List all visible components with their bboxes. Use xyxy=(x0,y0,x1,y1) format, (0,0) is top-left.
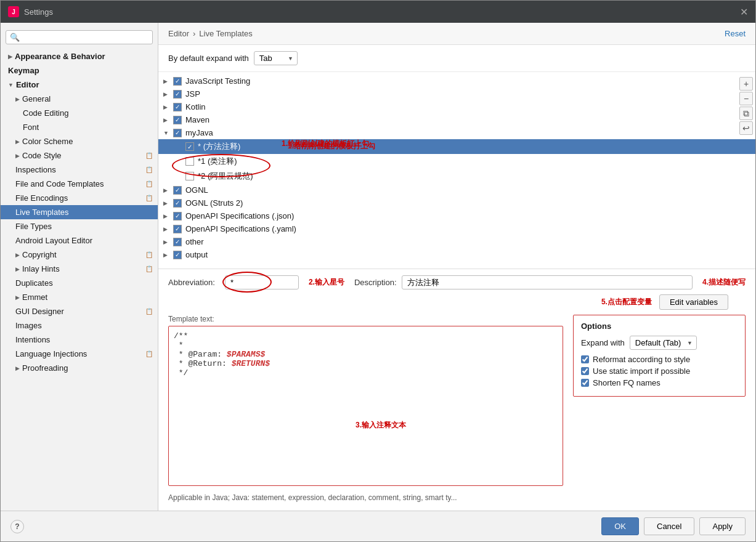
expand-label: By default expand with xyxy=(168,54,249,63)
sidebar-item-inlay-hints[interactable]: ▶Inlay Hints📋 xyxy=(1,262,158,276)
tree-checkbox[interactable] xyxy=(185,172,194,180)
revert-template-button[interactable]: ↩ xyxy=(739,121,753,135)
sidebar-item-appearance[interactable]: ▶Appearance & Behavior xyxy=(1,49,158,63)
search-input[interactable] xyxy=(22,33,148,42)
template-text-label: Template text: xyxy=(168,315,563,323)
sidebar-item-gui-designer[interactable]: GUI Designer📋 xyxy=(1,304,158,318)
abbr-input[interactable] xyxy=(225,275,299,289)
tree-item-label: myJava xyxy=(185,128,213,137)
tree-item-ognl-struts[interactable]: ▶✓ OGNL (Struts 2) xyxy=(158,196,755,209)
sidebar-item-live-templates[interactable]: Live Templates xyxy=(1,205,158,219)
tree-item-js-testing[interactable]: ▶✓ JavaScript Testing xyxy=(158,75,755,87)
sidebar-item-label: File Types xyxy=(15,222,52,231)
tree-arrow-icon: ▶ xyxy=(163,78,169,84)
sidebar-badge: 📋 xyxy=(145,265,153,272)
options-title: Options xyxy=(581,322,738,331)
sidebar-item-keymap[interactable]: Keymap xyxy=(1,63,158,78)
arrow-icon: ▶ xyxy=(15,139,20,145)
search-box[interactable]: 🔍 xyxy=(6,30,153,44)
tree-checkbox[interactable]: ✓ xyxy=(173,103,182,111)
sidebar-item-intentions[interactable]: Intentions xyxy=(1,333,158,347)
tree-item-kotlin[interactable]: ▶✓ Kotlin xyxy=(158,100,755,113)
sidebar-item-copyright[interactable]: ▶Copyright📋 xyxy=(1,248,158,262)
desc-input[interactable] xyxy=(402,275,693,289)
ok-button[interactable]: OK xyxy=(601,517,639,535)
sidebar-badge: 📋 xyxy=(145,308,153,315)
tree-checkbox[interactable]: ✓ xyxy=(173,212,182,220)
sidebar-badge: 📋 xyxy=(145,195,153,201)
sidebar-item-general[interactable]: ▶General xyxy=(1,92,158,106)
sidebar-item-file-encodings[interactable]: File Encodings📋 xyxy=(1,191,158,205)
tree-item-item-fangfa[interactable]: ✓ * (方法注释) xyxy=(158,139,755,154)
main-content: 🔍 ▶Appearance & BehaviorKeymap▼Editor▶Ge… xyxy=(1,23,755,511)
tree-checkbox[interactable]: ✓ xyxy=(173,77,182,86)
tree-item-openapi-yaml[interactable]: ▶✓ OpenAPI Specifications (.yaml) xyxy=(158,222,755,235)
option-checkbox-static-import[interactable] xyxy=(581,367,589,375)
options-section: Options Expand with Default (Tab) Tab En… xyxy=(573,315,746,486)
option-checkbox-reformat[interactable] xyxy=(581,355,589,363)
return-variable: $RETURN$ xyxy=(232,359,270,368)
sidebar-badge: 📋 xyxy=(145,251,153,258)
tree-item-output[interactable]: ▶✓ output xyxy=(158,248,755,261)
tree-item-jsp[interactable]: ▶✓ JSP xyxy=(158,87,755,100)
tree-checkbox[interactable]: ✓ xyxy=(185,142,194,151)
tree-item-label: * (方法注释) xyxy=(198,141,240,152)
expand-row: By default expand with Tab Enter Space xyxy=(158,45,755,72)
tree-arrow-icon: ▶ xyxy=(163,91,169,97)
tree-checkbox[interactable]: ✓ xyxy=(173,238,182,246)
tree-checkbox[interactable]: ✓ xyxy=(173,251,182,259)
help-button[interactable]: ? xyxy=(10,520,24,533)
sidebar-item-label: Inlay Hints xyxy=(22,264,60,273)
sidebar-item-android-layout[interactable]: Android Layout Editor xyxy=(1,233,158,248)
sidebar-item-duplicates[interactable]: Duplicates xyxy=(1,276,158,290)
tree-item-label: Maven xyxy=(185,115,209,124)
sidebar-item-editor[interactable]: ▼Editor xyxy=(1,78,158,92)
options-box: Options Expand with Default (Tab) Tab En… xyxy=(573,315,746,397)
reset-button[interactable]: Reset xyxy=(725,29,746,38)
tree-checkbox[interactable]: ✓ xyxy=(173,129,182,137)
sidebar-item-label: Intentions xyxy=(15,335,50,344)
sidebar-item-emmet[interactable]: ▶Emmet xyxy=(1,290,158,304)
tree-item-ognl[interactable]: ▶✓ OGNL xyxy=(158,184,755,196)
tree-checkbox[interactable]: ✓ xyxy=(173,116,182,124)
sidebar-item-color-scheme[interactable]: ▶Color Scheme xyxy=(1,134,158,148)
tree-checkbox[interactable]: ✓ xyxy=(173,199,182,208)
tree-checkbox[interactable] xyxy=(185,157,194,166)
tree-item-myjava[interactable]: ▼✓ myJava xyxy=(158,126,755,139)
tree-arrow-icon: ▶ xyxy=(163,226,169,232)
expand-select[interactable]: Tab Enter Space xyxy=(254,51,298,65)
edit-variables-button[interactable]: Edit variables xyxy=(659,294,728,310)
tree-item-item-alibaba[interactable]: *2 (阿里云规范) xyxy=(158,169,755,184)
panel-header: Editor › Live Templates Reset xyxy=(158,23,755,45)
tree-item-item-leibie[interactable]: *1 (类注释) xyxy=(158,154,755,169)
option-check-label-static-import: Use static import if possible xyxy=(593,366,690,376)
sidebar-item-proofreading[interactable]: ▶Proofreading xyxy=(1,361,158,375)
tree-checkbox[interactable]: ✓ xyxy=(173,186,182,195)
sidebar-item-images[interactable]: Images xyxy=(1,318,158,333)
option-checkbox-shorten-fq[interactable] xyxy=(581,379,589,387)
tree-item-other[interactable]: ▶✓ other xyxy=(158,235,755,248)
tree-item-maven[interactable]: ▶✓ Maven xyxy=(158,113,755,126)
template-text-area[interactable]: /** * * @Param: $PARAMS$ * @Return: $RET… xyxy=(168,326,563,486)
apply-button[interactable]: Apply xyxy=(699,517,746,535)
sidebar-item-file-types[interactable]: File Types xyxy=(1,219,158,233)
sidebar-item-label: Copyright xyxy=(22,250,57,259)
remove-template-button[interactable]: − xyxy=(739,92,753,105)
arrow-icon: ▶ xyxy=(15,266,20,272)
expand-with-select[interactable]: Default (Tab) Tab Enter Space xyxy=(630,336,697,350)
sidebar-item-language-injections[interactable]: Language Injections📋 xyxy=(1,347,158,361)
copy-template-button[interactable]: ⧉ xyxy=(739,107,753,120)
tree-checkbox[interactable]: ✓ xyxy=(173,90,182,99)
cancel-button[interactable]: Cancel xyxy=(644,517,694,535)
sidebar-item-code-style[interactable]: ▶Code Style📋 xyxy=(1,148,158,163)
sidebar-item-font[interactable]: Font xyxy=(1,120,158,134)
template-text-section: Template text: /** * * @Param: $PARAMS$ … xyxy=(168,315,563,486)
sidebar-item-code-editing[interactable]: Code Editing xyxy=(1,106,158,120)
close-button[interactable]: ✕ xyxy=(740,6,748,18)
option-check-label-shorten-fq: Shorten FQ names xyxy=(593,378,660,387)
tree-checkbox[interactable]: ✓ xyxy=(173,225,182,233)
sidebar-item-inspections[interactable]: Inspections📋 xyxy=(1,163,158,177)
add-template-button[interactable]: + xyxy=(739,77,753,91)
tree-item-openapi-json[interactable]: ▶✓ OpenAPI Specifications (.json) xyxy=(158,209,755,222)
sidebar-item-file-code-templates[interactable]: File and Code Templates📋 xyxy=(1,177,158,191)
